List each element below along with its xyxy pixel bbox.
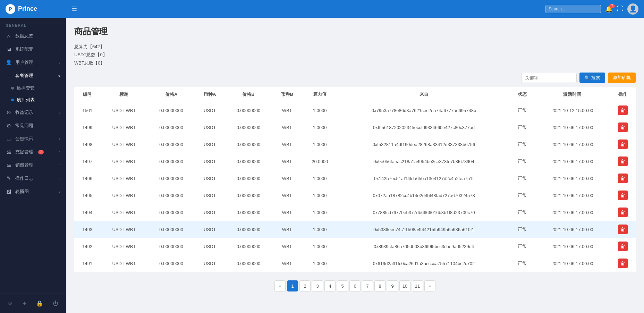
sidebar-item-recharge-mgmt[interactable]: ⚖ 充提管理 7 ›	[0, 145, 66, 159]
cell-from: 0x6f5618720202345eccfd9334660e427c80c377…	[338, 119, 510, 136]
notification-bell[interactable]: 🔔 7	[605, 5, 613, 13]
pagination-page-9[interactable]: 9	[387, 280, 398, 291]
sidebar-item-user-mgmt[interactable]: 👤 用户管理 ›	[0, 56, 66, 69]
delete-button[interactable]: 🗑	[618, 156, 628, 166]
cell-coin-b: WBT	[272, 119, 302, 136]
pagination-page-10[interactable]: 10	[399, 280, 410, 291]
sidebar-item-pledge-list[interactable]: 质押列表	[0, 94, 66, 106]
delete-button[interactable]: 🗑	[618, 208, 628, 217]
power-icon[interactable]: ⏻	[51, 298, 60, 309]
cell-coin-b: WBT	[272, 153, 302, 170]
sidebar-label-dashboard: 数据总览	[15, 33, 33, 39]
stat-usdt: USDT总数【0】	[74, 51, 636, 59]
cell-status: 正常	[510, 204, 535, 221]
sidebar-label-earnings: 收益记录	[15, 109, 33, 116]
cell-price-a: 0.00000000	[147, 238, 195, 255]
cell-title: USDT-WBT	[101, 204, 148, 221]
menu-toggle-icon[interactable]: ☰	[71, 5, 77, 13]
sidebar-item-package-mgmt[interactable]: ≡ 套餐管理 ∨	[0, 69, 66, 82]
sidebar-label-recharge-mgmt: 充提管理	[15, 149, 33, 155]
sidebar-item-sales-mgmt[interactable]: ⚖ 销毁管理 ›	[0, 159, 66, 172]
pagination-prev[interactable]: «	[274, 280, 286, 291]
sidebar-item-pledge-package[interactable]: 质押套套	[0, 82, 66, 94]
sidebar-item-announcements[interactable]: □ 公告快讯 ›	[0, 132, 66, 145]
table-row: 1498USDT-WBT0.00000000USDT0.00000000WBT1…	[74, 136, 636, 153]
col-from: 来自	[338, 87, 510, 102]
delete-button[interactable]: 🗑	[618, 174, 628, 183]
pagination-page-11[interactable]: 11	[412, 280, 423, 291]
keyword-input[interactable]	[521, 73, 577, 83]
col-coin-b: 币种B	[272, 87, 302, 102]
cell-price-a: 0.00000000	[147, 153, 195, 170]
search-button[interactable]: 🔍 搜索	[579, 73, 605, 83]
pagination-page-3[interactable]: 3	[312, 280, 323, 291]
fullscreen-icon[interactable]: ⛶	[617, 5, 623, 12]
col-activate-time: 激活时间	[535, 87, 610, 102]
announcement-icon: □	[6, 136, 12, 142]
cell-status: 正常	[510, 119, 535, 136]
settings-icon[interactable]: ⚙	[6, 298, 15, 309]
delete-button[interactable]: 🗑	[618, 122, 628, 132]
delete-button[interactable]: 🗑	[618, 105, 628, 115]
delete-button[interactable]: 🗑	[618, 191, 628, 200]
pagination: « 1 2 3 4 5 6 7 8 9 10 11 »	[74, 280, 636, 296]
cell-action: 🗑	[610, 204, 636, 221]
cell-status: 正常	[510, 187, 535, 204]
lock-icon[interactable]: 🔒	[34, 298, 45, 309]
cell-hashrate: 1.0000	[302, 238, 338, 255]
cell-coin-a: USDT	[195, 119, 225, 136]
pagination-page-7[interactable]: 7	[362, 280, 373, 291]
table-row: 1501USDT-WBT0.00000000USDT0.00000000WBT1…	[74, 102, 636, 119]
cell-title: USDT-WBT	[101, 238, 148, 255]
sidebar-item-operation-log[interactable]: ✎ 操作日志 ›	[0, 172, 66, 185]
arrow-icon-6: ›	[59, 163, 60, 167]
col-title: 标题	[101, 87, 148, 102]
sidebar-item-system-config[interactable]: 🖥 系统配置 ›	[0, 43, 66, 56]
sidebar-item-dashboard[interactable]: ⌂ 数据总览	[0, 29, 66, 43]
cell-activate-time: 2021-10-12 15:00:00	[535, 102, 610, 119]
cell-title: USDT-WBT	[101, 136, 148, 153]
sidebar-label-user-mgmt: 用户管理	[15, 59, 33, 66]
cell-price-a: 0.00000000	[147, 187, 195, 204]
cell-action: 🗑	[610, 170, 636, 187]
delete-button[interactable]: 🗑	[618, 225, 628, 234]
pagination-page-6[interactable]: 6	[349, 280, 361, 291]
cell-price-b: 0.00000000	[225, 153, 272, 170]
pagination-page-8[interactable]: 8	[374, 280, 385, 291]
logo-icon: P	[6, 4, 15, 14]
search-icon: 🔍	[584, 75, 590, 81]
cell-activate-time: 2021-10-06 17:00:00	[535, 136, 610, 153]
sidebar-label-sales-mgmt: 销毁管理	[15, 162, 33, 168]
sidebar-item-faq[interactable]: ⊙ 常见问题	[0, 119, 66, 132]
sidebar-label-package-mgmt: 套餐管理	[15, 73, 33, 79]
pagination-page-4[interactable]: 4	[324, 280, 336, 291]
cell-from: 0x7953a778e86d3a7621cec2ea74a6777ad69574…	[338, 102, 510, 119]
search-input[interactable]	[545, 5, 601, 13]
avatar[interactable]: 👤	[627, 3, 638, 15]
cell-hashrate: 1.0000	[302, 221, 338, 238]
delete-button[interactable]: 🗑	[618, 139, 628, 149]
cell-from: 0x8939cfa86a705db03b36f9f5bcc3cbe9ad5239…	[338, 238, 510, 255]
sidebar-item-carousel[interactable]: 🖼 轮播图 ›	[0, 185, 66, 198]
cell-price-b: 0.00000000	[225, 187, 272, 204]
tools-icon[interactable]: ✦	[20, 298, 29, 309]
cell-activate-time: 2021-10-06 17:00:00	[535, 238, 610, 255]
cell-id: 1491	[74, 255, 101, 272]
pagination-page-2[interactable]: 2	[299, 280, 311, 291]
delete-button[interactable]: 🗑	[618, 242, 628, 251]
cell-coin-b: WBT	[272, 102, 302, 119]
sidebar-sub-items: 质押套套 质押列表	[0, 82, 66, 106]
cell-coin-b: WBT	[272, 187, 302, 204]
col-coin-a: 币种A	[195, 87, 225, 102]
pagination-next[interactable]: »	[424, 280, 435, 291]
sidebar-item-earnings[interactable]: ⊙ 收益记录 ›	[0, 106, 66, 119]
delete-button[interactable]: 🗑	[618, 259, 628, 268]
arrow-icon-4: ›	[59, 137, 60, 141]
pagination-page-1[interactable]: 1	[287, 280, 298, 291]
add-miner-button[interactable]: 添加矿机	[608, 73, 636, 83]
cell-coin-b: WBT	[272, 204, 302, 221]
cell-coin-b: WBT	[272, 170, 302, 187]
arrow-icon-3: ›	[59, 111, 60, 115]
cell-hashrate: 1.0000	[302, 119, 338, 136]
pagination-page-5[interactable]: 5	[337, 280, 348, 291]
